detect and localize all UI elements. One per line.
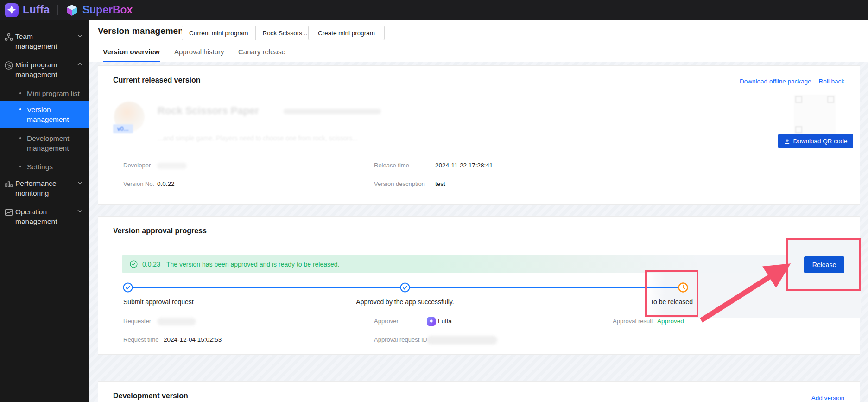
main-area: Version management Current mini program … bbox=[89, 20, 868, 402]
version-description-value: test bbox=[435, 180, 445, 187]
sidebar-item-label: Operation management bbox=[15, 207, 72, 226]
approval-request-id-blurred bbox=[427, 336, 497, 345]
step-check-icon bbox=[123, 282, 133, 293]
field-label: Developer bbox=[123, 162, 151, 169]
luffa-app-icon bbox=[5, 3, 19, 17]
page-title: Version management bbox=[98, 26, 186, 36]
bar-chart-icon bbox=[4, 179, 13, 189]
superbox-label: SuperBox bbox=[82, 4, 133, 16]
info-row: Requester Approver Luffa Approval result… bbox=[98, 318, 860, 326]
field-label: Requester bbox=[123, 318, 151, 325]
bullet-dot bbox=[19, 166, 21, 167]
sidebar-item-label: Performance monitoring bbox=[15, 179, 72, 198]
approval-success-banner: 0.0.23 The version has been approved and… bbox=[122, 255, 847, 273]
download-qr-code-button[interactable]: Download QR code bbox=[778, 134, 853, 148]
card-title: Version approval progress bbox=[113, 227, 207, 235]
card-links: Download offline package Roll back bbox=[740, 78, 844, 85]
version-no-value: 0.0.22 bbox=[157, 180, 175, 187]
current-mini-program-button[interactable]: Current mini program bbox=[182, 26, 255, 40]
sidebar-item-label: Version management bbox=[27, 105, 82, 124]
info-row: Request time 2024-12-04 15:02:53 Approva… bbox=[98, 336, 860, 345]
app-meta-blurred bbox=[284, 109, 381, 114]
qr-corner bbox=[795, 126, 802, 133]
qr-code-blurred bbox=[794, 95, 836, 134]
field-label: Request time bbox=[123, 336, 159, 343]
sidebar-item-label: Mini program management bbox=[15, 60, 72, 79]
card-divider bbox=[113, 154, 845, 154]
annotation-box-release: Release bbox=[786, 238, 861, 291]
superbox-logo[interactable]: SuperBox bbox=[65, 4, 133, 17]
release-button[interactable]: Release bbox=[804, 256, 844, 273]
release-time-value: 2024-11-22 17:28:41 bbox=[435, 162, 493, 169]
version-badge-blurred: v0... bbox=[113, 124, 133, 133]
sidebar-item-label: Settings bbox=[27, 162, 82, 172]
create-mini-program-button[interactable]: Create mini program bbox=[308, 26, 385, 40]
topbar-divider bbox=[57, 5, 58, 15]
bullet-dot bbox=[19, 108, 21, 110]
card-title: Development version bbox=[113, 392, 188, 400]
check-circle-icon bbox=[130, 260, 138, 268]
mini-program-icon bbox=[4, 61, 13, 70]
version-approval-progress-card: Version approval progress 0.0.23 The ver… bbox=[98, 216, 860, 355]
tab-approval-history[interactable]: Approval history bbox=[174, 44, 224, 62]
field-label: Approver bbox=[374, 318, 399, 325]
download-qr-code-label: Download QR code bbox=[793, 138, 847, 145]
sidebar-item-label: Team management bbox=[15, 32, 72, 51]
banner-message: The version has been approved and is rea… bbox=[166, 261, 340, 268]
add-version-link[interactable]: Add version bbox=[811, 395, 844, 402]
approval-result-value: Approved bbox=[657, 318, 684, 325]
roll-back-link[interactable]: Roll back bbox=[818, 78, 844, 85]
app-window: Luffa SuperBox Team management bbox=[0, 0, 868, 402]
content-area: Current released version Download offlin… bbox=[89, 62, 868, 402]
bullet-dot bbox=[19, 92, 21, 94]
qr-corner bbox=[827, 96, 834, 103]
development-version-card: Development version Add version bbox=[98, 381, 860, 402]
chevron-down-icon bbox=[77, 181, 82, 185]
tab-version-overview[interactable]: Version overview bbox=[103, 44, 160, 62]
field-label: Release time bbox=[374, 162, 409, 169]
tab-canary-release[interactable]: Canary release bbox=[238, 44, 285, 62]
trend-chart-icon bbox=[4, 208, 13, 217]
annotation-box-to-be-released bbox=[645, 270, 698, 317]
requester-value-blurred bbox=[157, 318, 196, 325]
app-title-blurred: Rock Scissors Paper bbox=[158, 105, 259, 117]
info-row: Developer Release time 2024-11-22 17:28:… bbox=[98, 162, 860, 170]
sidebar-nav: Team management Mini program management … bbox=[0, 20, 89, 402]
download-offline-package-link[interactable]: Download offline package bbox=[740, 78, 811, 85]
tab-bar: Version overview Approval history Canary… bbox=[89, 44, 868, 62]
approver-value: Luffa bbox=[438, 318, 452, 325]
card-title: Current released version bbox=[113, 76, 201, 84]
info-row: Version No. 0.0.22 Version description t… bbox=[98, 180, 860, 189]
top-bar: Luffa SuperBox bbox=[0, 0, 868, 20]
banner-version: 0.0.23 bbox=[142, 261, 160, 268]
step-label-approved: Approved by the app successfully. bbox=[356, 298, 454, 306]
sidebar-item-label: Development management bbox=[27, 134, 82, 153]
field-label: Version description bbox=[374, 180, 425, 187]
step-label-submit: Submit approval request bbox=[123, 298, 194, 306]
org-chart-icon bbox=[4, 32, 13, 42]
download-icon bbox=[784, 138, 791, 145]
developer-value-blurred bbox=[157, 163, 187, 169]
request-time-value: 2024-12-04 15:02:53 bbox=[164, 336, 222, 343]
qr-corner bbox=[795, 96, 802, 103]
chevron-up-icon bbox=[77, 63, 82, 66]
luffa-logo[interactable]: Luffa bbox=[5, 3, 50, 17]
bullet-dot bbox=[19, 137, 21, 139]
app-description-blurred: ...and simple game. Players need to choo… bbox=[158, 134, 644, 142]
field-label: Version No. bbox=[123, 180, 154, 187]
chevron-down-icon bbox=[77, 210, 82, 213]
luffa-label: Luffa bbox=[23, 4, 50, 16]
current-released-version-card: Current released version Download offlin… bbox=[98, 65, 860, 205]
chevron-down-icon bbox=[77, 34, 82, 38]
field-label: Approval request ID bbox=[374, 336, 427, 343]
step-check-icon bbox=[400, 282, 410, 293]
luffa-avatar-icon bbox=[427, 317, 436, 326]
program-switcher: Current mini program Rock Scissors ... bbox=[182, 26, 325, 40]
superbox-cube-icon bbox=[65, 4, 78, 17]
program-select-value: Rock Scissors ... bbox=[263, 30, 310, 37]
field-label: Approval result bbox=[613, 318, 653, 325]
sidebar-item-label: Mini program list bbox=[27, 89, 82, 98]
sidebar-item-version-management[interactable]: Version management bbox=[0, 101, 89, 128]
